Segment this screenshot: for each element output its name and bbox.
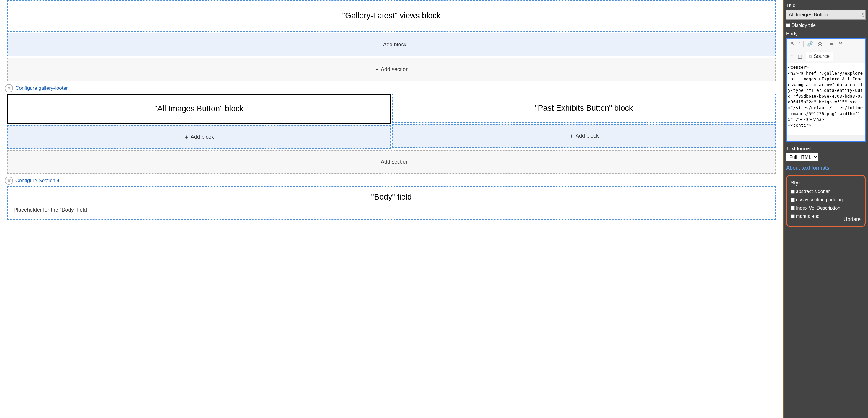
unlink-icon[interactable]: ⛓ bbox=[816, 41, 824, 47]
add-block-zone-right[interactable]: ＋Add block bbox=[392, 124, 776, 148]
update-button[interactable]: Update bbox=[843, 216, 861, 222]
remove-section-button[interactable]: ✕ bbox=[5, 177, 13, 185]
block-gallery-latest[interactable]: "Gallery-Latest" views block bbox=[7, 0, 776, 32]
block-label: "All Images Button" block bbox=[155, 104, 243, 113]
style-options-group: Style abstract-sidebar essay section pad… bbox=[786, 175, 866, 227]
body-editor: B I 🔗 ⛓ ≣ ☱ ❞ ▧ ⧉ Source <center> <h3><a… bbox=[786, 38, 866, 142]
plus-icon: ＋ bbox=[374, 66, 380, 72]
plus-icon: ＋ bbox=[569, 133, 574, 139]
plus-icon: ＋ bbox=[184, 134, 189, 140]
add-block-zone-left[interactable]: ＋Add block bbox=[7, 125, 391, 149]
add-block-zone-1[interactable]: ＋Add block bbox=[7, 33, 776, 57]
blockquote-icon[interactable]: ❞ bbox=[789, 53, 794, 60]
title-input[interactable] bbox=[786, 10, 866, 20]
style-option-abstract-sidebar[interactable]: abstract-sidebar bbox=[790, 189, 861, 194]
block-past-exhibits-button[interactable]: "Past Exhibits Button" block bbox=[392, 94, 776, 123]
layout-builder-main: "Gallery-Latest" views block ＋Add block … bbox=[0, 0, 783, 418]
block-body-field[interactable]: "Body" field Placeholder for the "Body" … bbox=[7, 186, 776, 220]
style-option-essay-section-padding[interactable]: essay section padding bbox=[790, 197, 861, 203]
block-label: "Past Exhibits Button" block bbox=[535, 104, 633, 112]
image-icon[interactable]: ▧ bbox=[797, 53, 803, 60]
text-format-select[interactable]: Full HTML bbox=[786, 153, 818, 162]
two-column-row: "All Images Button" block ＋Add block "Pa… bbox=[7, 94, 776, 149]
body-label: Body bbox=[786, 31, 866, 37]
source-button[interactable]: ⧉ Source bbox=[806, 52, 833, 61]
bold-icon[interactable]: B bbox=[789, 41, 795, 47]
body-field-placeholder: Placeholder for the "Body" field bbox=[13, 207, 769, 213]
add-section-zone-1[interactable]: ＋Add section bbox=[7, 58, 776, 81]
display-title-checkbox[interactable]: Display title bbox=[786, 23, 866, 28]
style-option-index-vol-description[interactable]: Index Vol Description bbox=[790, 205, 861, 211]
title-label: Title bbox=[786, 3, 866, 8]
italic-icon[interactable]: I bbox=[797, 41, 801, 47]
link-icon[interactable]: 🔗 bbox=[806, 40, 814, 47]
configure-gallery-footer-link[interactable]: Configure gallery-footer bbox=[16, 85, 68, 91]
bullet-list-icon[interactable]: ≣ bbox=[829, 40, 835, 47]
add-section-zone-2[interactable]: ＋Add section bbox=[7, 150, 776, 174]
section-header-4: ✕ Configure Section 4 bbox=[5, 177, 780, 185]
plus-icon: ＋ bbox=[376, 42, 382, 47]
editor-textarea[interactable]: <center> <h3><a href="/gallery/explore-a… bbox=[787, 63, 865, 135]
body-field-title: "Body" field bbox=[13, 193, 769, 202]
source-icon: ⧉ bbox=[809, 54, 812, 59]
block-all-images-button[interactable]: "All Images Button" block bbox=[7, 94, 391, 124]
editor-toolbar: B I 🔗 ⛓ ≣ ☱ ❞ ▧ ⧉ Source bbox=[787, 39, 865, 63]
block-settings-sidebar: Title ⎘ Display title Body B I 🔗 ⛓ ≣ ☱ ❞… bbox=[783, 0, 868, 418]
block-label: "Gallery-Latest" views block bbox=[342, 11, 441, 20]
style-label: Style bbox=[790, 180, 861, 186]
display-title-checkbox-input[interactable] bbox=[786, 23, 790, 28]
plus-icon: ＋ bbox=[374, 159, 380, 165]
machine-name-icon[interactable]: ⎘ bbox=[862, 12, 864, 17]
numbered-list-icon[interactable]: ☱ bbox=[837, 40, 844, 47]
editor-resize-handle[interactable] bbox=[787, 135, 865, 141]
text-format-label: Text format bbox=[786, 146, 866, 152]
configure-section-4-link[interactable]: Configure Section 4 bbox=[16, 178, 59, 184]
section-header-footer: ✕ Configure gallery-footer bbox=[5, 84, 780, 93]
remove-section-button[interactable]: ✕ bbox=[5, 84, 13, 93]
about-text-formats-link[interactable]: About text formats bbox=[786, 165, 829, 171]
